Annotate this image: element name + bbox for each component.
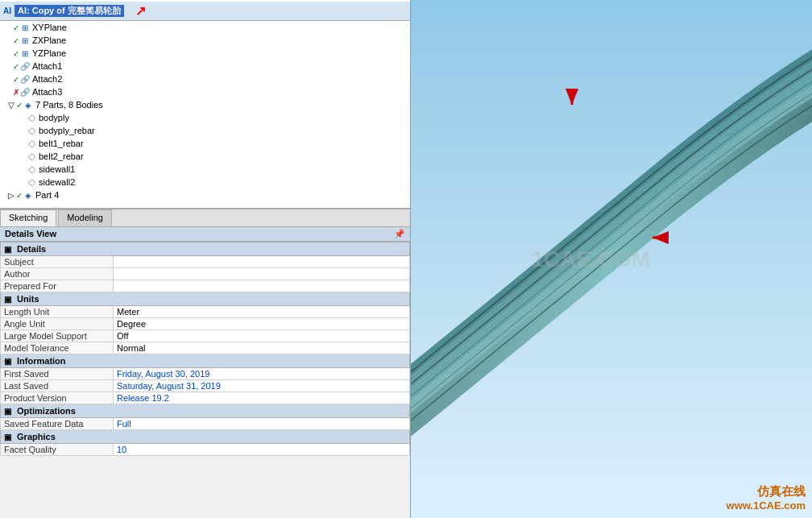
val-last-saved: Saturday, August 31, 2019	[114, 380, 410, 392]
part4-icon: ◈	[23, 189, 34, 201]
val-large-model: Off	[114, 330, 410, 342]
val-product-version: Release 19.2	[114, 392, 410, 404]
attach3-label: Attach3	[32, 87, 62, 97]
brand-watermark: 仿真在线 www.1CAE.com	[727, 484, 806, 512]
check-attach2: ✓	[13, 75, 19, 84]
attach1-label: Attach1	[32, 61, 62, 71]
belt1-rebar-label: belt1_rebar	[39, 139, 84, 148]
val-saved-feature-data: Full	[114, 418, 410, 430]
tree-item-belt1-rebar[interactable]: ◇ belt1_rebar	[0, 137, 410, 150]
row-length-unit: Length Unit Meter	[1, 306, 410, 318]
val-first-saved: Friday, August 30, 2019	[114, 368, 410, 380]
details-view-title: Details View	[5, 229, 56, 239]
sidewall2-label: sidewall2	[39, 177, 75, 187]
details-area: Details View 📌 ▣ Details Subject Author	[0, 227, 410, 518]
pin-icon[interactable]: 📌	[394, 229, 405, 239]
body-icon-6: ◇	[26, 176, 37, 188]
tree-item-xyplane[interactable]: ✓ ⊞ XYPlane	[0, 21, 410, 34]
tree-item-yzplane[interactable]: ✓ ⊞ YZPlane	[0, 47, 410, 60]
section-information-label: Information	[17, 356, 66, 366]
toggle-details[interactable]: ▣	[4, 245, 11, 254]
viewport-background: 1CAE.COM 仿真在线 www.1CAE.com	[411, 0, 812, 518]
brand-line1: 仿真在线	[727, 484, 806, 499]
tree-item-zxplane[interactable]: ✓ ⊞ ZXPlane	[0, 34, 410, 47]
section-units-label: Units	[17, 294, 39, 304]
bodyply-rebar-label: bodyply_rebar	[39, 126, 95, 135]
tree-item-sidewall2[interactable]: ◇ sidewall2	[0, 176, 410, 189]
tree-item-attach1[interactable]: ✓ 🔗 Attach1	[0, 60, 410, 73]
tree-icon-ai: AI	[3, 6, 11, 15]
tab-sketching[interactable]: Sketching	[0, 209, 56, 226]
val-length-unit: Meter	[114, 306, 410, 318]
section-graphics: ▣ Graphics	[1, 430, 410, 444]
row-author: Author	[1, 268, 410, 280]
val-subject	[114, 256, 410, 268]
left-panel: AI AI: Copy of 完整简易轮胎 ↗ ✓ ⊞ XYPlane ✓ ⊞ …	[0, 0, 411, 518]
attach2-label: Attach2	[32, 74, 62, 84]
section-units: ▣ Units	[1, 292, 410, 306]
key-model-tolerance: Model Tolerance	[1, 342, 114, 354]
parts-icon: ◈	[23, 99, 34, 110]
check-parts: ✓	[16, 101, 23, 110]
toggle-units[interactable]: ▣	[4, 295, 11, 304]
tree-root-label: AI: Copy of 完整简易轮胎	[14, 5, 124, 17]
val-model-tolerance: Normal	[114, 342, 410, 354]
row-subject: Subject	[1, 256, 410, 268]
attach-icon-3: 🔗	[19, 86, 31, 97]
toggle-optimizations[interactable]: ▣	[4, 407, 11, 416]
tree-item-attach3[interactable]: ✗ 🔗 Attach3	[0, 85, 410, 98]
val-facet-quality: 10	[114, 444, 410, 456]
val-angle-unit: Degree	[114, 318, 410, 330]
key-author: Author	[1, 268, 114, 280]
xyplane-label: XYPlane	[32, 23, 67, 32]
attach-icon-1: 🔗	[19, 60, 31, 72]
row-last-saved: Last Saved Saturday, August 31, 2019	[1, 380, 410, 392]
row-first-saved: First Saved Friday, August 30, 2019	[1, 368, 410, 380]
key-first-saved: First Saved	[1, 368, 114, 380]
tree-item-attach2[interactable]: ✓ 🔗 Attach2	[0, 73, 410, 85]
key-length-unit: Length Unit	[1, 306, 114, 318]
parts-label: 7 Parts, 8 Bodies	[35, 100, 103, 110]
key-large-model: Large Model Support	[1, 330, 114, 342]
tab-modeling[interactable]: Modeling	[58, 209, 112, 226]
key-subject: Subject	[1, 256, 114, 268]
tree-item-part4[interactable]: ▷ ✓ ◈ Part 4	[0, 189, 410, 201]
part4-label: Part 4	[35, 190, 59, 200]
sidewall1-label: sidewall1	[39, 164, 75, 174]
section-information: ▣ Information	[1, 354, 410, 368]
bodyply-label: bodyply	[39, 113, 69, 122]
body-icon-4: ◇	[26, 151, 37, 162]
expand-parts: ▽	[8, 101, 14, 110]
toggle-graphics[interactable]: ▣	[4, 433, 11, 441]
details-table: ▣ Details Subject Author Prepared For	[0, 242, 410, 456]
tree-item-bodyply-rebar[interactable]: ◇ bodyply_rebar	[0, 124, 410, 137]
belt2-rebar-label: belt2_rebar	[39, 151, 84, 161]
tree-item-bodyply[interactable]: ◇ bodyply	[0, 111, 410, 124]
plane-icon-3: ⊞	[19, 48, 31, 59]
check-attach3: ✗	[13, 88, 19, 97]
zxplane-label: ZXPlane	[32, 35, 66, 45]
key-product-version: Product Version	[1, 392, 114, 404]
tab-bar: Sketching Modeling	[0, 209, 410, 227]
section-optimizations: ▣ Optimizations	[1, 404, 410, 418]
check-xyplane: ✓	[13, 23, 19, 32]
row-product-version: Product Version Release 19.2	[1, 392, 410, 404]
toggle-information[interactable]: ▣	[4, 357, 11, 366]
key-angle-unit: Angle Unit	[1, 318, 114, 330]
key-prepared-for: Prepared For	[1, 280, 114, 292]
body-icon-3: ◇	[26, 138, 37, 149]
plane-icon: ⊞	[19, 22, 31, 33]
section-details: ▣ Details	[1, 242, 410, 256]
viewport[interactable]: 1CAE.COM 仿真在线 www.1CAE.com	[411, 0, 812, 518]
row-large-model: Large Model Support Off	[1, 330, 410, 342]
tree-title-bar: AI AI: Copy of 完整简易轮胎 ↗	[0, 2, 410, 21]
section-graphics-label: Graphics	[17, 432, 56, 441]
tree-item-parts[interactable]: ▽ ✓ ◈ 7 Parts, 8 Bodies	[0, 98, 410, 111]
row-prepared-for: Prepared For	[1, 280, 410, 292]
red-arrow-tree: ↗	[135, 3, 146, 19]
expand-part4: ▷	[8, 191, 14, 200]
tree-item-belt2-rebar[interactable]: ◇ belt2_rebar	[0, 150, 410, 163]
tree-item-sidewall1[interactable]: ◇ sidewall1	[0, 163, 410, 176]
val-prepared-for	[114, 280, 410, 292]
key-facet-quality: Facet Quality	[1, 444, 114, 456]
